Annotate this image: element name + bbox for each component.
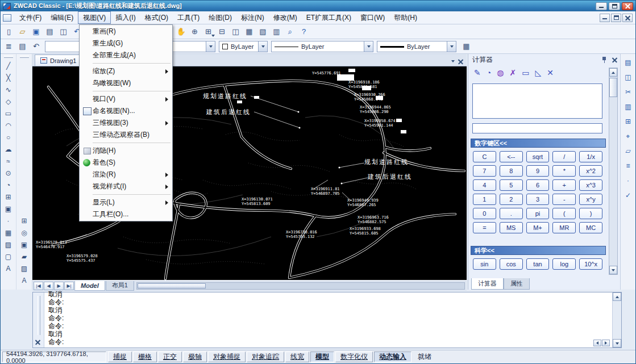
- calc-key[interactable]: x^2: [579, 165, 602, 177]
- otrack-toggle[interactable]: 对象追踪: [247, 352, 284, 362]
- menu-draw[interactable]: 绘图(D): [204, 11, 236, 24]
- calc-key[interactable]: 9: [526, 165, 550, 177]
- menu-dimension[interactable]: 标注(N): [236, 11, 269, 24]
- menu-item-display[interactable]: 显示(L): [80, 196, 172, 208]
- calc-key[interactable]: 4: [473, 179, 496, 191]
- paste-icon[interactable]: ▥: [622, 101, 634, 112]
- area-icon[interactable]: ▱: [622, 145, 634, 157]
- numpad-header[interactable]: 数字键区<<: [471, 139, 606, 148]
- menu-item-hide[interactable]: 消隐(H): [80, 145, 172, 157]
- color-dropdown-arrow[interactable]: [258, 41, 267, 52]
- horizontal-scrollbar[interactable]: [136, 282, 465, 290]
- calc-key[interactable]: MC: [579, 222, 602, 233]
- ruler-icon[interactable]: ▭: [522, 68, 529, 77]
- scroll-left-icon[interactable]: [593, 340, 601, 346]
- menu-item-toolbars[interactable]: 工具栏(O)...: [80, 208, 172, 220]
- mtext-icon[interactable]: A: [2, 262, 14, 274]
- gradient-icon[interactable]: ▨: [2, 239, 14, 250]
- plot-style-icon[interactable]: ▦: [460, 40, 473, 53]
- sphere-icon[interactable]: ◍: [497, 68, 504, 77]
- layer-previous-icon[interactable]: ↶: [30, 40, 43, 53]
- calc-key[interactable]: pi: [526, 208, 550, 219]
- menu-item-regen-all[interactable]: 全部重生成(A): [80, 49, 172, 61]
- menu-window[interactable]: 窗口(W): [356, 11, 389, 24]
- pin-icon[interactable]: [601, 57, 607, 63]
- list-icon[interactable]: ≡: [622, 160, 634, 171]
- calc-key[interactable]: sqrt: [526, 151, 550, 162]
- doc-close-button[interactable]: [622, 14, 633, 22]
- tablet-toggle[interactable]: 数字化仪: [335, 352, 373, 362]
- drawing-tab[interactable]: Drawing1: [35, 55, 82, 66]
- command-history[interactable]: 取消命令:取消命令:命令:取消 命令:: [44, 292, 612, 348]
- viewports-icon[interactable]: ◫: [229, 25, 242, 38]
- preview-icon[interactable]: ◫: [57, 25, 70, 38]
- doc-restore-button[interactable]: [611, 14, 621, 22]
- zoom-realtime-icon[interactable]: ⊕: [188, 25, 201, 38]
- menu-item-named-views[interactable]: 命名视图(N)...: [80, 105, 172, 117]
- menu-item-3d-orbit[interactable]: 三维动态观察器(B): [80, 129, 172, 141]
- calc-key[interactable]: 1/x: [579, 151, 602, 162]
- calc-key[interactable]: 7: [473, 165, 496, 177]
- calc-sci-key[interactable]: sin: [473, 258, 496, 270]
- plot-icon[interactable]: ▤: [43, 25, 56, 38]
- dyninput-toggle[interactable]: 动态输入: [374, 352, 411, 362]
- compass-icon[interactable]: ◔: [487, 68, 491, 77]
- donut-icon[interactable]: ◎: [18, 227, 30, 239]
- menu-format[interactable]: 格式(O): [140, 11, 173, 24]
- minimize-button[interactable]: [596, 2, 607, 10]
- scroll-up-icon[interactable]: [613, 292, 621, 301]
- prev-tab-icon[interactable]: ◀: [44, 282, 53, 290]
- calc-key[interactable]: (: [552, 208, 576, 219]
- menu-help[interactable]: 帮助(H): [389, 11, 422, 24]
- wipeout-icon[interactable]: ▰: [18, 250, 30, 262]
- menu-item-aerial-view[interactable]: 鸟瞰视图(W): [80, 77, 172, 89]
- calc-sci-key[interactable]: cos: [500, 258, 523, 270]
- close-command-icon[interactable]: [35, 340, 39, 344]
- arc-icon[interactable]: ◠: [2, 119, 14, 131]
- menu-modify[interactable]: 修改(M): [269, 11, 302, 24]
- delete-x-icon[interactable]: ✗: [509, 68, 516, 77]
- polygon-icon[interactable]: ◇: [2, 95, 14, 107]
- line-icon[interactable]: ╱: [2, 60, 14, 72]
- menu-item-redraw[interactable]: 重画(R): [80, 26, 172, 37]
- menu-item-shade[interactable]: 着色(S): [80, 157, 172, 169]
- linetype-dropdown-arrow[interactable]: [364, 41, 373, 52]
- model-toggle[interactable]: 模型: [310, 352, 334, 362]
- id-point-icon[interactable]: ∙: [622, 175, 634, 186]
- lineweight-dropdown-arrow[interactable]: [447, 41, 456, 52]
- new-icon[interactable]: ▯: [2, 25, 15, 38]
- menu-item-visual-styles[interactable]: 视觉样式(I): [80, 181, 172, 193]
- calc-key[interactable]: MR: [552, 222, 576, 233]
- menu-item-regen[interactable]: 重生成(G): [80, 37, 172, 49]
- calc-key[interactable]: /: [552, 151, 576, 162]
- ellipse-arc-icon[interactable]: ◔: [2, 179, 14, 191]
- table-icon[interactable]: ⊞: [18, 215, 30, 227]
- calc-key[interactable]: ): [579, 208, 602, 219]
- snap-toggle[interactable]: 捕捉: [108, 352, 132, 362]
- cut-clip-icon[interactable]: ✂: [622, 86, 634, 98]
- close-drawing-icon[interactable]: [458, 59, 463, 64]
- insert-block-icon[interactable]: ⊞: [2, 191, 14, 203]
- calc-key[interactable]: <--: [500, 151, 523, 162]
- calc-key[interactable]: 6: [526, 179, 550, 191]
- make-block-icon[interactable]: ▣: [2, 203, 14, 215]
- named-views-icon[interactable]: ▦: [243, 25, 256, 38]
- first-tab-icon[interactable]: |◀: [34, 282, 43, 290]
- last-tab-icon[interactable]: ▶|: [64, 282, 74, 290]
- grid-toggle[interactable]: 栅格: [133, 352, 157, 362]
- lineweight-toggle[interactable]: 线宽: [285, 352, 309, 362]
- calc-key[interactable]: 0: [473, 208, 496, 219]
- next-tab-icon[interactable]: ▶: [54, 282, 64, 290]
- tab-list-icon[interactable]: [451, 60, 455, 62]
- tab-calculator[interactable]: 计算器: [471, 278, 504, 290]
- calc-key[interactable]: x^3: [579, 179, 602, 191]
- calc-key[interactable]: 3: [526, 194, 550, 205]
- hatch-icon[interactable]: ▦: [2, 227, 14, 239]
- scroll-down-icon[interactable]: [609, 266, 617, 274]
- quick-select-icon[interactable]: ✓: [622, 190, 634, 201]
- osnap-toggle[interactable]: 对象捕捉: [208, 352, 246, 362]
- sheet-set-icon[interactable]: ▥: [270, 25, 283, 38]
- close-button[interactable]: [622, 2, 633, 10]
- toolbar-grip[interactable]: [4, 56, 13, 58]
- menu-edit[interactable]: 编辑(E): [46, 11, 78, 24]
